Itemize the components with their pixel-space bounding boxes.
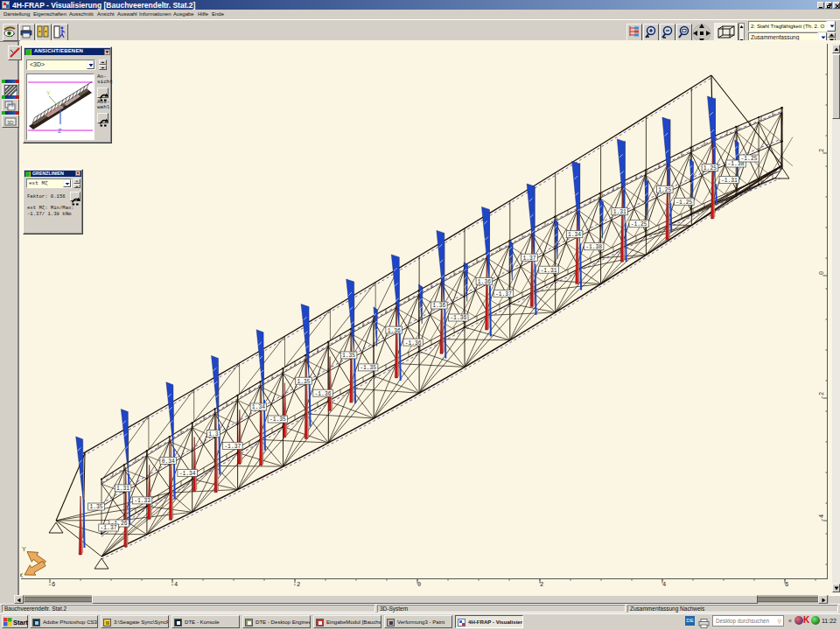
svg-text:1.35: 1.35 xyxy=(342,353,355,359)
svg-text:0: 0 xyxy=(417,581,421,588)
svg-text:1.36: 1.36 xyxy=(432,303,445,309)
svg-text:-1.34: -1.34 xyxy=(179,471,196,477)
svg-text:-1.36: -1.36 xyxy=(315,391,332,397)
svg-text:-1.36: -1.36 xyxy=(405,340,422,346)
svg-text:1.36: 1.36 xyxy=(478,279,491,285)
svg-text:0: 0 xyxy=(818,271,825,275)
svg-text:4: 4 xyxy=(662,581,666,588)
svg-text:-1.25: -1.25 xyxy=(676,200,692,206)
svg-text:0.34: 0.34 xyxy=(162,458,175,465)
svg-text:Y: Y xyxy=(46,90,51,96)
svg-text:2: 2 xyxy=(818,149,825,152)
svg-text:-1.31: -1.31 xyxy=(721,178,738,184)
svg-text:-2: -2 xyxy=(293,581,300,588)
svg-text:1.35: 1.35 xyxy=(89,504,102,510)
svg-text:-4: -4 xyxy=(818,514,825,522)
svg-text:-1.38: -1.38 xyxy=(585,244,602,250)
svg-text:-1.25: -1.25 xyxy=(741,156,758,162)
svg-text:1.34: 1.34 xyxy=(252,404,265,410)
svg-text:-1.25: -1.25 xyxy=(631,221,648,228)
svg-text:X: X xyxy=(20,571,24,579)
svg-text:-1.31: -1.31 xyxy=(541,268,557,274)
svg-text:-1.38: -1.38 xyxy=(728,161,745,167)
svg-text:6: 6 xyxy=(785,581,788,588)
svg-text:Y: Y xyxy=(22,545,26,553)
svg-text:-2: -2 xyxy=(818,392,825,399)
svg-text:2: 2 xyxy=(540,581,543,588)
svg-text:-1.37: -1.37 xyxy=(224,444,241,450)
svg-text:3D: 3D xyxy=(7,120,14,125)
svg-text:1.34: 1.34 xyxy=(568,232,581,238)
svg-text:-1.35: -1.35 xyxy=(270,416,286,423)
svg-text:1.35: 1.35 xyxy=(297,379,310,385)
svg-text:-1.33: -1.33 xyxy=(134,498,150,504)
svg-text:-1.35: -1.35 xyxy=(360,365,376,371)
svg-text:-4: -4 xyxy=(171,581,178,588)
svg-text:-1.37: -1.37 xyxy=(101,525,117,531)
svg-text:-1.37: -1.37 xyxy=(495,291,512,298)
svg-text:1.31: 1.31 xyxy=(116,486,130,492)
svg-text:1.36: 1.36 xyxy=(388,328,401,334)
svg-text:1.3: 1.3 xyxy=(208,431,219,438)
svg-text:Z: Z xyxy=(58,128,62,134)
svg-text:1.31: 1.31 xyxy=(613,209,626,215)
svg-text:1.25: 1.25 xyxy=(658,187,671,193)
svg-text:-6: -6 xyxy=(48,581,55,588)
svg-text:1.37: 1.37 xyxy=(522,256,536,262)
svg-text:PS: PS xyxy=(9,103,14,108)
svg-text:-1.36: -1.36 xyxy=(450,315,466,321)
svg-text:1.25: 1.25 xyxy=(704,165,717,172)
